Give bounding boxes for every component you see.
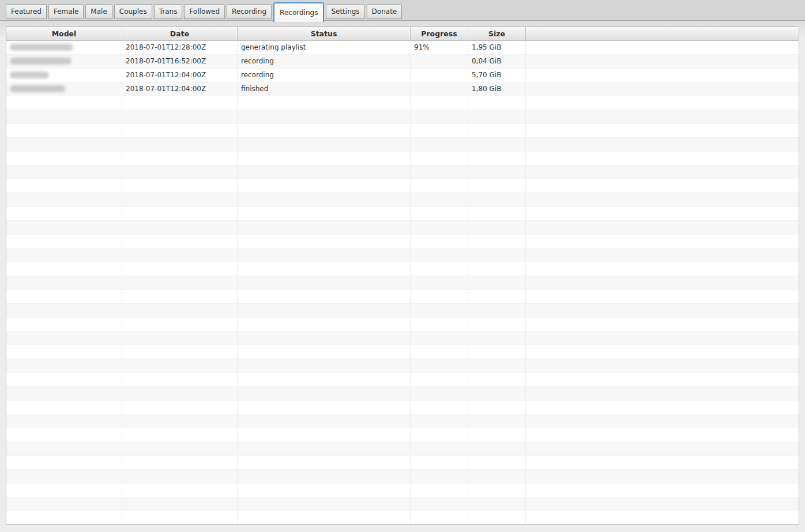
cell-status bbox=[238, 442, 411, 455]
tab-settings[interactable]: Settings bbox=[326, 4, 364, 19]
cell-size bbox=[468, 318, 526, 331]
table-row-empty[interactable] bbox=[6, 373, 799, 387]
cell-model bbox=[6, 359, 122, 372]
table-row-empty[interactable] bbox=[6, 318, 799, 331]
table-row-empty[interactable] bbox=[6, 248, 799, 262]
table-row-empty[interactable] bbox=[6, 110, 799, 124]
cell-model bbox=[6, 484, 122, 497]
tab-male[interactable]: Male bbox=[85, 4, 112, 19]
cell-progress bbox=[411, 193, 468, 206]
cell-size bbox=[468, 442, 526, 455]
cell-filler bbox=[526, 262, 799, 276]
table-row-empty[interactable] bbox=[6, 138, 799, 152]
cell-size bbox=[468, 193, 526, 206]
table-row-empty[interactable] bbox=[6, 484, 799, 497]
table-row-empty[interactable] bbox=[6, 152, 799, 165]
cell-filler bbox=[526, 511, 799, 524]
table-row-empty[interactable] bbox=[6, 414, 799, 428]
table-row-empty[interactable] bbox=[6, 428, 799, 442]
cell-filler bbox=[526, 373, 799, 386]
table-row-empty[interactable] bbox=[6, 456, 799, 470]
cell-date bbox=[122, 290, 238, 303]
table-row-empty[interactable] bbox=[6, 179, 799, 193]
cell-status bbox=[238, 373, 411, 386]
cell-size bbox=[468, 262, 526, 276]
cell-date bbox=[122, 387, 238, 400]
cell-date bbox=[122, 110, 238, 123]
cell-filler bbox=[526, 401, 799, 414]
table-row-empty[interactable] bbox=[6, 470, 799, 484]
cell-model bbox=[6, 331, 122, 345]
tab-recordings[interactable]: Recordings bbox=[273, 2, 324, 22]
cell-date bbox=[122, 484, 238, 497]
cell-date bbox=[122, 511, 238, 524]
table-row-empty[interactable] bbox=[6, 345, 799, 359]
table-row-empty[interactable] bbox=[6, 387, 799, 401]
table-row-empty[interactable] bbox=[6, 165, 799, 179]
cell-model bbox=[6, 248, 122, 262]
table-row[interactable]: 2018-07-01T16:52:00Zrecording0,04 GiB bbox=[6, 55, 799, 69]
column-header-date[interactable]: Date bbox=[122, 27, 238, 40]
table-row-empty[interactable] bbox=[6, 304, 799, 318]
cell-filler bbox=[526, 470, 799, 483]
cell-progress bbox=[411, 138, 468, 151]
tab-featured[interactable]: Featured bbox=[6, 4, 47, 19]
tab-followed[interactable]: Followed bbox=[184, 4, 225, 19]
cell-model bbox=[6, 428, 122, 442]
table-row-empty[interactable] bbox=[6, 207, 799, 221]
table-row-empty[interactable] bbox=[6, 359, 799, 373]
cell-filler bbox=[526, 69, 799, 82]
table-row-empty[interactable] bbox=[6, 511, 799, 524]
table-row[interactable]: 2018-07-01T12:04:00Zrecording5,70 GiB bbox=[6, 69, 799, 82]
table-row-empty[interactable] bbox=[6, 193, 799, 207]
cell-filler bbox=[526, 318, 799, 331]
column-header-size[interactable]: Size bbox=[468, 27, 526, 40]
table-row-empty[interactable] bbox=[6, 276, 799, 290]
cell-filler bbox=[526, 456, 799, 469]
cell-filler bbox=[526, 331, 799, 345]
table-row[interactable]: 2018-07-01T12:04:00Zfinished1,80 GiB bbox=[6, 82, 799, 96]
cell-progress bbox=[411, 484, 468, 497]
column-header-progress[interactable]: Progress bbox=[411, 27, 468, 40]
tab-recording[interactable]: Recording bbox=[227, 4, 272, 19]
cell-model bbox=[6, 318, 122, 331]
table-row-empty[interactable] bbox=[6, 497, 799, 511]
tab-female[interactable]: Female bbox=[48, 4, 84, 19]
cell-model bbox=[6, 179, 122, 193]
cell-model bbox=[6, 235, 122, 248]
tab-donate[interactable]: Donate bbox=[367, 4, 402, 19]
column-header-filler[interactable] bbox=[526, 27, 799, 40]
cell-size bbox=[468, 290, 526, 303]
cell-filler bbox=[526, 276, 799, 289]
table-row-empty[interactable] bbox=[6, 96, 799, 110]
column-header-model[interactable]: Model bbox=[6, 27, 122, 40]
table-row-empty[interactable] bbox=[6, 124, 799, 138]
cell-date bbox=[122, 207, 238, 220]
cell-size: 0,04 GiB bbox=[468, 55, 526, 68]
table-row-empty[interactable] bbox=[6, 331, 799, 345]
cell-filler bbox=[526, 248, 799, 262]
cell-progress bbox=[411, 290, 468, 303]
cell-progress bbox=[411, 248, 468, 262]
table-row[interactable]: 2018-07-01T12:28:00Zgenerating playlist9… bbox=[6, 41, 799, 55]
table-row-empty[interactable] bbox=[6, 221, 799, 235]
tab-bar: FeaturedFemaleMaleCouplesTransFollowedRe… bbox=[0, 0, 805, 21]
cell-date bbox=[122, 96, 238, 110]
tab-trans[interactable]: Trans bbox=[154, 4, 183, 19]
cell-size: 1,95 GiB bbox=[468, 41, 526, 54]
column-header-status[interactable]: Status bbox=[238, 27, 411, 40]
table-body[interactable]: 2018-07-01T12:28:00Zgenerating playlist9… bbox=[6, 41, 799, 524]
table-row-empty[interactable] bbox=[6, 401, 799, 414]
cell-date bbox=[122, 235, 238, 248]
table-row-empty[interactable] bbox=[6, 235, 799, 248]
cell-filler bbox=[526, 138, 799, 151]
cell-progress bbox=[411, 470, 468, 483]
tab-couples[interactable]: Couples bbox=[114, 4, 152, 19]
cell-progress bbox=[411, 359, 468, 372]
cell-size bbox=[468, 470, 526, 483]
table-row-empty[interactable] bbox=[6, 442, 799, 456]
cell-model bbox=[6, 110, 122, 123]
table-row-empty[interactable] bbox=[6, 290, 799, 304]
table-row-empty[interactable] bbox=[6, 262, 799, 276]
model-name-redacted bbox=[10, 58, 72, 65]
